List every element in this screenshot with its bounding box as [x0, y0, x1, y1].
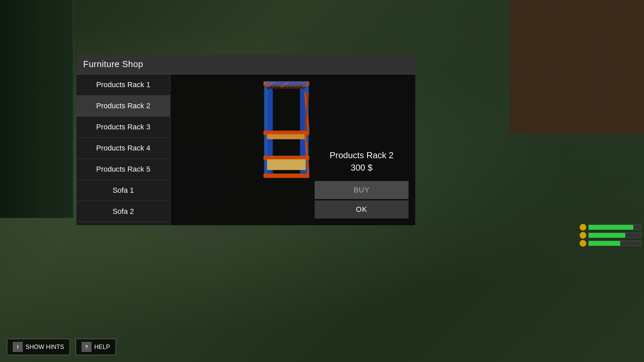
list-item-sofa2[interactable]: Sofa 2: [76, 201, 170, 222]
list-item-rack1[interactable]: Products Rack 1: [76, 74, 170, 96]
stat-bar-bg-3: [588, 241, 641, 246]
background-left-window: [0, 0, 74, 218]
dialog-title: Furniture Shop: [83, 59, 143, 69]
preview-area: Products Rack 2 300 $ BUY OK: [170, 74, 415, 225]
stat-icon-3: [580, 240, 586, 247]
stat-row-3: [580, 240, 641, 247]
dialog-title-bar: Furniture Shop: [76, 54, 415, 74]
stats-panel: [577, 221, 644, 249]
list-item-sofa1[interactable]: Sofa 1: [76, 180, 170, 201]
help-button[interactable]: ? HELP: [75, 339, 116, 355]
list-item-rack3[interactable]: Products Rack 3: [76, 117, 170, 138]
ok-button[interactable]: OK: [315, 200, 409, 219]
stat-row-1: [580, 224, 641, 231]
list-item-table1[interactable]: Table 1: [76, 222, 170, 225]
hints-label: SHOW HINTS: [25, 344, 64, 351]
svg-rect-18: [267, 159, 306, 170]
list-item-rack4[interactable]: Products Rack 4: [76, 138, 170, 159]
hints-icon: I: [13, 342, 23, 352]
item-list[interactable]: Products Rack 1 Products Rack 2 Products…: [76, 74, 170, 225]
stat-bar-fill-3: [589, 241, 620, 246]
action-buttons: BUY OK: [315, 181, 409, 219]
help-label: HELP: [94, 344, 110, 351]
stat-bar-bg-1: [588, 225, 641, 230]
list-item-rack2[interactable]: Products Rack 2: [76, 96, 170, 117]
dialog-body: Products Rack 1 Products Rack 2 Products…: [76, 74, 415, 225]
stat-bar-fill-2: [589, 233, 625, 238]
list-item-rack5[interactable]: Products Rack 5: [76, 159, 170, 180]
item-preview-3d: [253, 78, 333, 185]
svg-rect-16: [267, 134, 306, 139]
svg-marker-23: [264, 81, 309, 86]
help-icon: ?: [82, 342, 92, 352]
show-hints-button[interactable]: I SHOW HINTS: [7, 339, 70, 355]
svg-rect-19: [264, 174, 310, 178]
furniture-shop-dialog: Furniture Shop Products Rack 1 Products …: [76, 54, 415, 222]
rack-svg: [253, 78, 333, 185]
stat-bar-fill-1: [589, 225, 633, 230]
stat-bar-bg-2: [588, 233, 641, 238]
bottom-ui-panel: I SHOW HINTS ? HELP: [7, 339, 116, 355]
stat-icon-2: [580, 232, 586, 239]
stat-row-2: [580, 232, 641, 239]
background-brick-wall: [510, 0, 644, 134]
stat-icon-1: [580, 224, 586, 231]
